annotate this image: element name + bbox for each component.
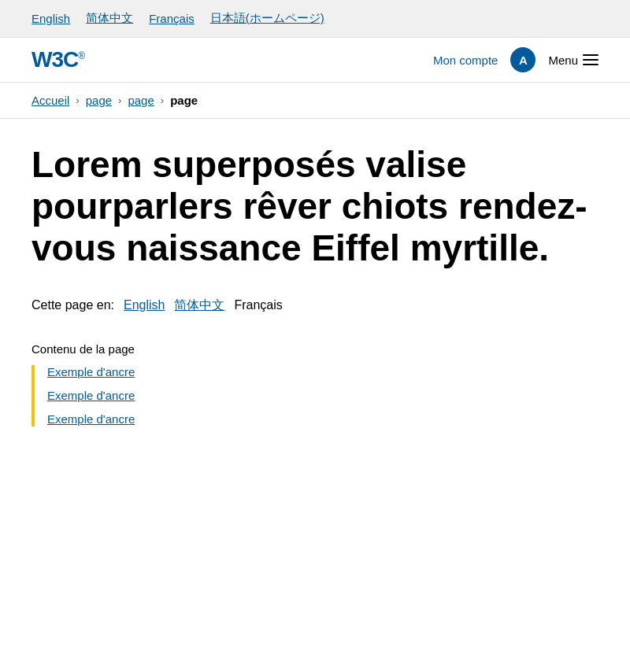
toc-link-3[interactable]: Exemple d'ancre <box>47 412 135 426</box>
lang-link-english[interactable]: English <box>32 12 70 25</box>
lang-link-japanese[interactable]: 日本語(ホームページ) <box>210 11 324 26</box>
main-content: Lorem superposés valise pourparlers rêve… <box>0 119 630 452</box>
w3c-logo[interactable]: W3C® <box>32 49 84 71</box>
lang-link-french[interactable]: Français <box>149 12 195 25</box>
breadcrumb: Accueil › page › page › page <box>0 83 630 119</box>
header-right: Mon compte A Menu <box>433 47 598 72</box>
breadcrumb-item-page-2[interactable]: page <box>128 94 154 107</box>
breadcrumb-item-page-1[interactable]: page <box>86 94 112 107</box>
avatar-letter: A <box>519 54 528 67</box>
hamburger-icon <box>583 54 598 65</box>
toc-link-1[interactable]: Exemple d'ancre <box>47 365 135 378</box>
breadcrumb-item-accueil[interactable]: Accueil <box>32 94 69 107</box>
lang-link-chinese[interactable]: 简体中文 <box>86 11 133 26</box>
breadcrumb-separator-2: › <box>118 94 121 106</box>
menu-button[interactable]: Menu <box>548 54 598 67</box>
mon-compte-link[interactable]: Mon compte <box>433 54 498 67</box>
logo-superscript: ® <box>78 50 84 61</box>
toc-section: Contenu de la page Exemple d'ancre Exemp… <box>32 342 598 426</box>
lang-switcher: Cette page en: English 简体中文 Français <box>32 297 598 314</box>
lang-switch-english[interactable]: English <box>124 298 165 312</box>
toc-item-3: Exemple d'ancre <box>47 412 598 426</box>
toc-item-1: Exemple d'ancre <box>47 365 598 379</box>
menu-label: Menu <box>548 54 578 67</box>
toc-item-2: Exemple d'ancre <box>47 389 598 403</box>
lang-switcher-label: Cette page en: <box>32 298 114 312</box>
toc-list: Exemple d'ancre Exemple d'ancre Exemple … <box>32 365 598 426</box>
breadcrumb-current: page <box>170 94 198 107</box>
toc-link-2[interactable]: Exemple d'ancre <box>47 389 135 402</box>
toc-label: Contenu de la page <box>32 342 598 356</box>
page-title: Lorem superposés valise pourparlers rêve… <box>32 144 598 269</box>
breadcrumb-separator-1: › <box>76 94 79 106</box>
breadcrumb-separator-3: › <box>161 94 164 106</box>
lang-switch-chinese[interactable]: 简体中文 <box>174 297 224 314</box>
language-bar: English 简体中文 Français 日本語(ホームページ) <box>0 0 630 38</box>
lang-switch-french-current: Français <box>234 298 282 312</box>
site-header: W3C® Mon compte A Menu <box>0 38 630 83</box>
avatar[interactable]: A <box>510 47 536 72</box>
logo-text: W3C <box>32 47 78 72</box>
